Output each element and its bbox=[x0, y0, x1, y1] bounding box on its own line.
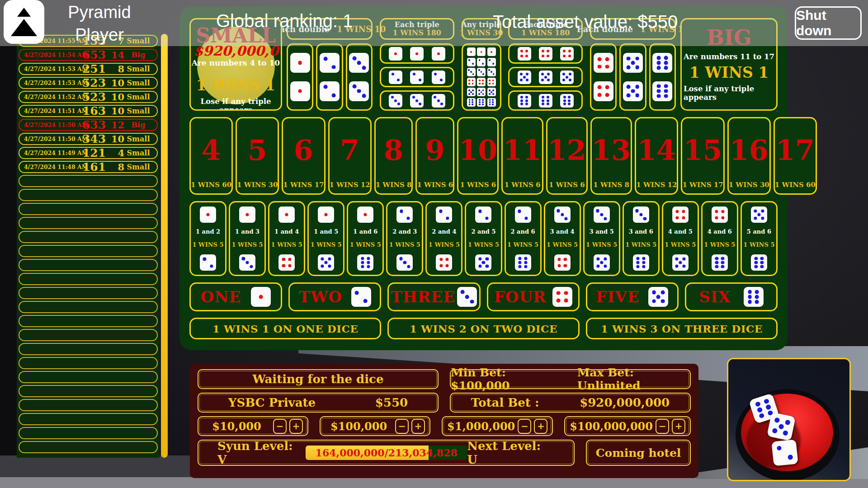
bet-double-3[interactable] bbox=[346, 43, 373, 111]
bet-triple-2[interactable] bbox=[380, 67, 454, 87]
die-pip bbox=[547, 73, 550, 75]
die-pip bbox=[332, 65, 336, 69]
chip-100000[interactable]: $100,000−+ bbox=[320, 416, 430, 436]
bet-total-13[interactable]: 131 WINS 8 bbox=[590, 117, 632, 195]
bet-pair-2-5[interactable]: 2 and 51 WINS 5 bbox=[465, 201, 502, 276]
bet-pair-4-6[interactable]: 4 and 61 WINS 5 bbox=[701, 201, 738, 276]
chip-minus-button[interactable]: − bbox=[656, 419, 669, 434]
bet-total-6[interactable]: 61 WINS 17 bbox=[282, 117, 325, 195]
bet-triple-4[interactable] bbox=[508, 43, 583, 64]
single-odds-3: 1 WINS 3 ON THREE DICE bbox=[586, 318, 778, 339]
bet-pair-3-5[interactable]: 3 and 51 WINS 5 bbox=[583, 201, 620, 276]
die-face-6 bbox=[633, 254, 649, 271]
bet-single-four[interactable]: FOUR bbox=[487, 282, 580, 311]
pair-label: 4 and 6 bbox=[708, 228, 732, 236]
chip-plus-button[interactable]: + bbox=[534, 419, 547, 434]
history-dice: 523 bbox=[79, 77, 109, 89]
pair-odds: 1 WINS 5 bbox=[586, 241, 617, 249]
bet-double-2[interactable] bbox=[316, 43, 343, 111]
die-pip bbox=[415, 99, 418, 102]
bet-single-six[interactable]: SIX bbox=[685, 282, 778, 311]
chip-10000[interactable]: $10,000−+ bbox=[198, 416, 308, 436]
chip-minus-button[interactable]: − bbox=[518, 419, 531, 434]
die-pip bbox=[765, 404, 771, 410]
die-pip bbox=[596, 264, 599, 267]
die-face-5 bbox=[560, 70, 574, 84]
bet-single-one[interactable]: ONE bbox=[189, 282, 282, 311]
bet-total-9[interactable]: 91 WINS 6 bbox=[415, 117, 454, 195]
bet-triple-3[interactable] bbox=[380, 90, 454, 111]
bet-total-5[interactable]: 51 WINS 30 bbox=[236, 117, 279, 195]
bet-any-triple[interactable] bbox=[462, 43, 501, 111]
bet-single-five[interactable]: FIVE bbox=[586, 282, 679, 311]
bet-pair-2-6[interactable]: 2 and 61 WINS 5 bbox=[505, 201, 542, 276]
die-pip bbox=[492, 63, 494, 65]
die-pip bbox=[568, 96, 571, 99]
die-pip bbox=[440, 103, 443, 105]
die-pip bbox=[518, 261, 521, 264]
bet-total-4[interactable]: 41 WINS 60 bbox=[189, 117, 233, 195]
chip-1000000[interactable]: $1,000,000−+ bbox=[442, 416, 553, 436]
history-time: 4/27/2024 11:52 AM bbox=[24, 94, 79, 100]
die-pip bbox=[520, 103, 523, 105]
bet-triple-1[interactable] bbox=[380, 43, 454, 64]
history-scrollbar[interactable] bbox=[161, 34, 168, 458]
die-pip bbox=[482, 80, 484, 81]
bet-triple-6[interactable] bbox=[508, 90, 583, 111]
die-pip bbox=[489, 99, 491, 101]
bet-total-10[interactable]: 101 WINS 6 bbox=[457, 117, 499, 195]
die-pip bbox=[652, 291, 656, 295]
bet-pair-3-6[interactable]: 3 and 61 WINS 5 bbox=[623, 201, 660, 276]
bet-pair-1-2[interactable]: 1 and 21 WINS 5 bbox=[189, 201, 226, 276]
coming-hotel-button[interactable]: Coming hotel bbox=[586, 440, 691, 466]
bet-pair-1-4[interactable]: 1 and 41 WINS 5 bbox=[268, 201, 305, 276]
bet-pair-2-3[interactable]: 2 and 31 WINS 5 bbox=[386, 201, 423, 276]
bet-pair-2-4[interactable]: 2 and 41 WINS 5 bbox=[425, 201, 462, 276]
shutdown-button[interactable]: Shut down bbox=[795, 6, 862, 40]
bet-pair-1-3[interactable]: 1 and 31 WINS 5 bbox=[229, 201, 266, 276]
pair-odds: 1 WINS 5 bbox=[704, 241, 735, 249]
die-face-6 bbox=[560, 94, 574, 108]
bet-total-15[interactable]: 151 WINS 17 bbox=[681, 117, 724, 195]
chip-minus-button[interactable]: − bbox=[395, 419, 409, 434]
bet-total-17[interactable]: 171 WINS 60 bbox=[774, 117, 817, 195]
total-odds: 1 WINS 60 bbox=[775, 181, 816, 189]
bet-total-12[interactable]: 121 WINS 6 bbox=[546, 117, 588, 195]
history-time: 4/27/2024 11:53 AM bbox=[24, 80, 79, 86]
bet-pair-4-5[interactable]: 4 and 51 WINS 5 bbox=[662, 201, 699, 276]
die-pip bbox=[352, 84, 356, 89]
die-pip bbox=[469, 99, 471, 101]
bet-total-7[interactable]: 71 WINS 12 bbox=[328, 117, 372, 195]
bet-triple-5[interactable] bbox=[508, 67, 583, 87]
pair-label: 1 and 4 bbox=[274, 228, 299, 236]
die-pip bbox=[631, 61, 635, 65]
bet-pair-5-6[interactable]: 5 and 61 WINS 5 bbox=[741, 201, 778, 276]
bet-total-11[interactable]: 111 WINS 6 bbox=[501, 117, 543, 195]
chip-plus-button[interactable]: + bbox=[411, 419, 425, 434]
total-number: 10 bbox=[458, 120, 497, 181]
chip-plus-button[interactable]: + bbox=[672, 419, 685, 434]
bet-total-8[interactable]: 81 WINS 8 bbox=[374, 117, 413, 195]
history-dice: 163 bbox=[79, 105, 109, 117]
bet-double-6[interactable] bbox=[649, 43, 676, 111]
pyramid-logo-icon[interactable] bbox=[4, 0, 44, 44]
bet-double-1[interactable] bbox=[287, 43, 313, 111]
total-number: 7 bbox=[340, 120, 359, 181]
die-pip bbox=[491, 51, 492, 53]
chip-100000000[interactable]: $100,000,000−+ bbox=[564, 416, 691, 436]
bet-total-16[interactable]: 161 WINS 30 bbox=[727, 117, 771, 195]
die-pip bbox=[639, 213, 642, 216]
die-pip bbox=[772, 428, 778, 434]
chip-plus-button[interactable]: + bbox=[289, 419, 303, 434]
bet-total-14[interactable]: 141 WINS 12 bbox=[635, 117, 678, 195]
bet-pair-3-4[interactable]: 3 and 41 WINS 5 bbox=[544, 201, 581, 276]
die-pip bbox=[482, 99, 484, 101]
bet-pair-1-6[interactable]: 1 and 61 WINS 5 bbox=[347, 201, 384, 276]
bet-double-5[interactable] bbox=[619, 43, 646, 111]
chip-minus-button[interactable]: − bbox=[273, 419, 287, 434]
bet-pair-1-5[interactable]: 1 and 51 WINS 5 bbox=[307, 201, 344, 276]
total-number: 6 bbox=[294, 120, 313, 181]
bet-single-two[interactable]: TWO bbox=[288, 282, 381, 311]
bet-double-4[interactable] bbox=[590, 43, 617, 111]
bet-single-three[interactable]: THREE bbox=[387, 282, 480, 311]
